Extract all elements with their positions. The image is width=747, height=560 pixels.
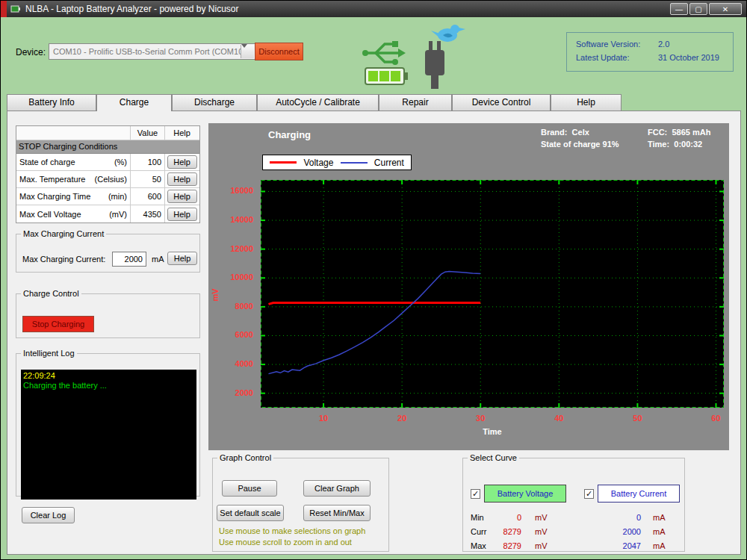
y-axis-tick-labels: 200040006000800010000120001400016000 [220,180,256,408]
intelligent-log-group: Intelligent Log 22:09:24 Charging the ba… [16,349,200,497]
max-charging-current-input[interactable]: 2000 [112,252,146,267]
help-button[interactable]: Help [167,208,197,221]
clear-graph-button[interactable]: Clear Graph [303,480,371,497]
titlebar-red-accent [1,1,7,17]
graph-hint-1: Use mouse to make selections on graph [219,526,365,535]
help-button[interactable]: Help [167,190,197,203]
help-button[interactable]: Help [167,172,197,186]
row-value-cell[interactable]: 50 [131,171,165,187]
table-row: Max. Temperature(Celsius) 50 Help [16,171,199,188]
x-axis-title: Time [261,427,724,436]
voltage-curr: 8279 [490,527,521,536]
stop-charging-button[interactable]: Stop Charging [22,316,94,332]
minimize-button[interactable]: — [670,3,688,15]
table-row: State of charge(%) 100 Help [16,154,199,171]
tab-repair[interactable]: Repair [379,94,452,111]
log-output[interactable]: 22:09:24 Charging the battery ... [21,370,196,500]
row-value-cell[interactable]: 100 [131,154,165,170]
version-info-box: Software Version: 2.0 Latest Update: 31 … [566,32,734,72]
row-unit: (min) [108,192,127,201]
tab-autocycle-calibrate[interactable]: AutoCycle / Calibrate [257,94,379,111]
tab-charge[interactable]: Charge [96,94,172,111]
tab-help[interactable]: Help [551,94,622,111]
device-combobox-value: COM10 - Prolific USB-to-Serial Comm Port… [53,47,246,56]
tab-discharge[interactable]: Discharge [172,94,257,111]
chart-legend: Voltage Current [262,155,412,170]
chart-panel: Charging Brand: Celx State of charge 91%… [208,123,729,450]
y-tick-label: 16000 [220,186,253,195]
log-timestamp: 22:09:24 [23,371,194,381]
fcc-label: FCC: [648,128,667,137]
group-title: Charge Control [21,289,81,298]
software-version-label: Software Version: [576,40,640,49]
chevron-down-icon[interactable] [241,45,254,58]
max-charging-current-group: Max Charging Current Max Charging Curren… [16,229,200,273]
x-axis-tick-labels: 102030405060 [261,414,724,424]
titlebar: NLBA - Laptop Battery Analyzer - powered… [1,1,746,17]
group-title: Select Curve [468,453,519,462]
device-combobox[interactable]: COM10 - Prolific USB-to-Serial Comm Port… [49,43,255,60]
voltage-max: 8279 [490,541,521,550]
tab-device-control[interactable]: Device Control [452,94,551,111]
y-tick-label: 2000 [220,388,253,397]
current-checkbox[interactable]: ✓ [584,489,594,499]
row-unit: (Celsius) [95,175,127,184]
y-tick-label: 10000 [220,273,253,281]
time-value: 0:00:32 [674,140,702,149]
close-button[interactable]: ✕ [709,3,742,15]
group-title: Max Charging Current [21,229,106,238]
time-label: Time: [648,140,669,149]
section-header-row: STOP Charging Conditions [16,140,199,154]
x-tick-label: 10 [309,414,338,423]
set-default-scale-button[interactable]: Set default scale [217,505,284,521]
help-button[interactable]: Help [167,155,197,169]
stat-row-max: Max 8279 mV 2047 mA [463,541,684,553]
voltage-checkbox[interactable]: ✓ [471,489,480,499]
chart-plot-area[interactable] [261,180,724,408]
y-axis-title: mV [211,288,220,301]
table-row: Max Charging Time(min) 600 Help [16,188,199,205]
row-value-cell[interactable]: 600 [131,188,165,205]
reset-minmax-button[interactable]: Reset Min/Max [303,505,371,521]
graph-hint-2: Use mouse scroll to zoom in and out [219,538,352,547]
voltage-line-swatch [270,161,297,164]
stat-row-min: Min 0 mV 0 mA [463,513,684,525]
legend-current-label: Current [374,158,404,168]
voltage-unit: mV [535,541,548,550]
table-row: Max Cell Voltage(mV) 4350 Help [16,205,199,223]
current-min: 0 [608,513,641,522]
log-message: Charging the battery ... [23,381,194,391]
row-label: Max. Temperature [19,175,85,184]
app-window: NLBA - Laptop Battery Analyzer - powered… [0,0,747,560]
y-tick-label: 4000 [220,359,253,368]
stat-label: Max [471,541,486,550]
software-version-value: 2.0 [658,40,669,49]
row-value-cell[interactable]: 4350 [131,205,165,223]
fcc-value: 5865 mAh [672,128,710,137]
tab-battery-info[interactable]: Battery Info [7,94,96,111]
battery-current-button[interactable]: Battery Current [598,485,680,503]
maximize-button[interactable]: ▢ [689,3,707,15]
clear-log-button[interactable]: Clear Log [22,507,75,523]
y-tick-label: 14000 [220,215,253,224]
pause-button[interactable]: Pause [222,480,277,497]
latest-update-label: Latest Update: [576,53,630,62]
tab-bar: Battery Info Charge Discharge AutoCycle … [7,94,622,111]
group-title: Graph Control [217,453,273,462]
disconnect-button[interactable]: Disconnect [255,43,303,60]
current-unit: mA [653,513,666,522]
help-button[interactable]: Help [167,252,197,265]
row-label: Max Charging Time [19,192,90,201]
header-blank-cell [16,126,131,140]
app-icon [10,4,21,14]
window-title: NLBA - Laptop Battery Analyzer - powered… [25,1,238,17]
max-charging-current-label: Max Charging Current: [22,255,105,264]
select-curve-group: Select Curve ✓ Battery Voltage ✓ Battery… [462,453,685,552]
stop-conditions-table: Value Help STOP Charging Conditions Stat… [16,125,200,223]
stat-label: Curr [471,527,486,536]
max-charging-current-unit: mA [152,255,164,264]
battery-voltage-button[interactable]: Battery Voltage [484,485,566,503]
charge-control-group: Charge Control Stop Charging [16,289,200,338]
chart-title: Charging [268,129,311,140]
device-label: Device: [16,47,46,57]
